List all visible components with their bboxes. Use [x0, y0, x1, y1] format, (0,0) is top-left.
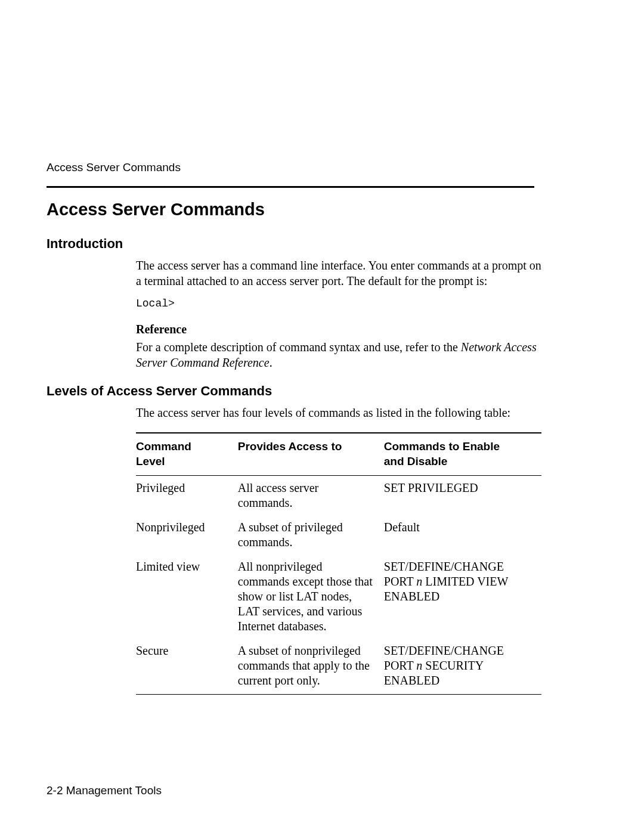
reference-text: For a complete description of command sy… — [136, 339, 541, 370]
cell-cmd: SET PRIVILEGED — [384, 475, 541, 515]
prompt-code: Local> — [136, 297, 541, 311]
cell-level: Nonprivileged — [136, 515, 238, 555]
running-header: Access Server Commands — [47, 161, 566, 174]
table-row: Nonprivileged A subset of privileged com… — [136, 515, 541, 555]
ref-text-after: . — [270, 356, 273, 369]
cell-access: A subset of privileged commands. — [238, 515, 384, 555]
cell-level: Limited view — [136, 555, 238, 639]
cell-level: Privileged — [136, 475, 238, 515]
cell-cmd: SET/DEFINE/CHANGE PORT n SECURITY ENABLE… — [384, 639, 541, 695]
ref-text-before: For a complete description of command sy… — [136, 340, 461, 354]
section-intro-heading: Introduction — [47, 236, 566, 252]
command-levels-table: CommandLevel Provides Access to Commands… — [136, 432, 541, 694]
cell-cmd: Default — [384, 515, 541, 555]
intro-paragraph: The access server has a command line int… — [136, 258, 541, 289]
cell-access: A subset of nonprivileged commands that … — [238, 639, 384, 695]
table-row: Secure A subset of nonprivileged command… — [136, 639, 541, 695]
page-title: Access Server Commands — [47, 200, 566, 219]
reference-heading: Reference — [136, 321, 541, 337]
cell-level: Secure — [136, 639, 238, 695]
page-footer: 2-2 Management Tools — [47, 784, 162, 797]
th-commands-enable: Commands to Enableand Disable — [384, 433, 541, 475]
divider — [47, 186, 534, 188]
section-levels-heading: Levels of Access Server Commands — [47, 383, 566, 399]
cell-cmd: SET/DEFINE/CHANGE PORT n LIMITED VIEW EN… — [384, 555, 541, 639]
levels-intro: The access server has four levels of com… — [136, 405, 541, 420]
table-row: Limited view All nonprivileged commands … — [136, 555, 541, 639]
table-row: Privileged All access server commands. S… — [136, 475, 541, 515]
cell-access: All access server commands. — [238, 475, 384, 515]
cell-access: All nonprivileged commands except those … — [238, 555, 384, 639]
th-provides-access: Provides Access to — [238, 433, 384, 475]
th-command-level: CommandLevel — [136, 433, 238, 475]
